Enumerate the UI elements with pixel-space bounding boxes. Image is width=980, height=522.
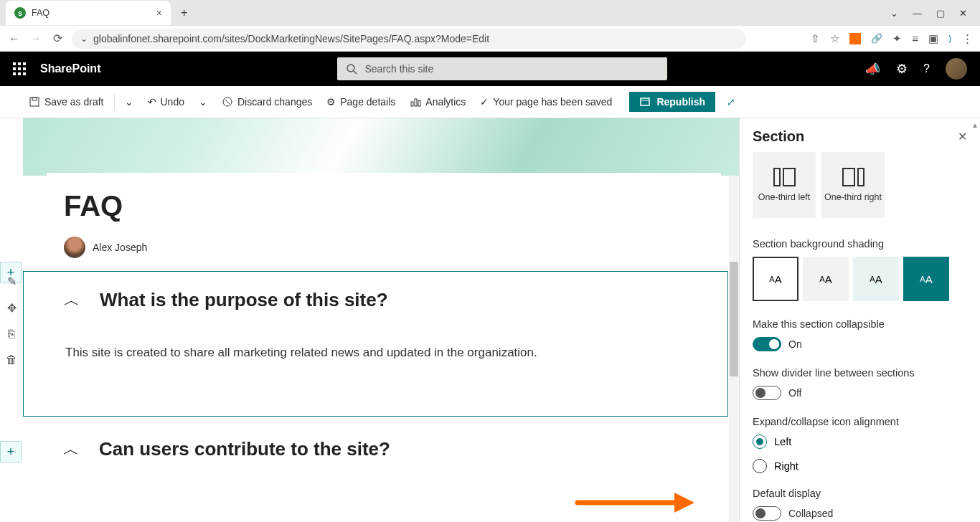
analytics-icon <box>410 96 421 108</box>
svg-line-5 <box>225 100 230 104</box>
browser-tab[interactable]: s FAQ × <box>6 1 171 25</box>
back-icon[interactable]: ← <box>7 32 22 45</box>
menu-icon[interactable]: ⋮ <box>962 32 973 45</box>
shade-neutral[interactable]: AA <box>803 257 849 301</box>
undo-icon: ↶ <box>148 96 156 108</box>
page-title[interactable]: FAQ <box>64 190 704 222</box>
search-input[interactable]: Search this site <box>337 57 667 80</box>
align-left-radio[interactable] <box>753 435 767 449</box>
layout-one-third-left[interactable]: One-third left <box>753 152 816 218</box>
save-draft-button[interactable]: Save as draft <box>23 93 110 110</box>
default-display-label: Default display <box>753 488 967 499</box>
svg-marker-12 <box>674 493 694 513</box>
extensions-icon[interactable]: ✦ <box>892 32 902 45</box>
collapse-pane-icon[interactable]: ⤢ <box>727 96 735 108</box>
author-avatar[interactable] <box>64 237 85 258</box>
accordion-heading[interactable]: Can users contribute to the site? <box>99 438 390 460</box>
close-tab-icon[interactable]: × <box>156 7 162 19</box>
undo-button[interactable]: ↶ Undo <box>142 93 190 110</box>
list-icon[interactable]: ≡ <box>912 32 918 44</box>
pane-title: Section <box>753 128 804 145</box>
align-label: Expand/collapse icon alignment <box>753 416 967 427</box>
shade-soft[interactable]: AA <box>853 257 899 301</box>
section-property-pane: Section ✕ One-third left One-third right… <box>739 118 980 522</box>
page-header-image[interactable] <box>23 118 739 176</box>
layout-one-third-right[interactable]: One-third right <box>821 152 885 218</box>
window-close-icon[interactable]: ✕ <box>959 8 967 19</box>
default-display-toggle[interactable] <box>753 506 781 521</box>
svg-rect-6 <box>411 102 413 106</box>
dock-ext-icon[interactable]: ⟩ <box>948 34 952 44</box>
divider-toggle[interactable] <box>753 386 781 400</box>
copy-icon[interactable]: ⎘ <box>8 328 15 341</box>
move-icon[interactable]: ✥ <box>7 301 17 315</box>
save-icon <box>29 96 40 108</box>
pane-scroll-up-icon[interactable]: ▲ <box>971 121 979 129</box>
collapsible-section-selected[interactable]: ︿ What is the purpose of this site? This… <box>23 271 728 417</box>
svg-rect-3 <box>32 98 37 100</box>
app-launcher-icon[interactable] <box>13 62 26 75</box>
maximize-icon[interactable]: ▢ <box>936 8 945 19</box>
edit-icon[interactable]: ✎ <box>7 275 17 288</box>
save-draft-dropdown[interactable]: ⌄ <box>119 93 139 110</box>
author-name[interactable]: Alex Joseph <box>93 242 147 253</box>
extension-icon[interactable] <box>849 33 861 44</box>
search-placeholder: Search this site <box>364 63 433 75</box>
shade-strong[interactable]: AA <box>903 257 949 301</box>
svg-rect-8 <box>418 100 420 106</box>
canvas-scrollbar[interactable] <box>729 176 739 522</box>
search-icon <box>346 63 357 75</box>
link-icon[interactable]: 🔗 <box>871 33 882 44</box>
delete-icon[interactable]: 🗑 <box>6 353 17 366</box>
url-input[interactable]: ⌄ globalinfonet.sharepoint.com/sites/Doc… <box>72 29 746 49</box>
republish-icon <box>639 96 651 108</box>
bookmark-icon[interactable]: ☆ <box>830 32 839 45</box>
align-right-radio[interactable] <box>753 459 767 473</box>
chevron-up-icon[interactable]: ︿ <box>63 439 79 460</box>
megaphone-icon[interactable]: 📣 <box>865 62 880 77</box>
close-icon[interactable]: ✕ <box>958 130 967 143</box>
svg-rect-9 <box>641 98 649 105</box>
divider-state: Off <box>788 387 801 399</box>
site-info-icon[interactable]: ⌄ <box>80 34 88 44</box>
collapsible-label: Make this section collapsible <box>753 318 967 330</box>
annotation-arrow <box>574 488 696 517</box>
tab-title: FAQ <box>32 8 50 18</box>
divider-label: Show divider line between sections <box>753 367 967 379</box>
chevron-down-icon[interactable]: ⌄ <box>890 8 898 19</box>
new-tab-button[interactable]: + <box>181 6 187 19</box>
republish-button[interactable]: Republish <box>629 92 715 112</box>
browser-address-bar: ← → ⟳ ⌄ globalinfonet.sharepoint.com/sit… <box>0 26 980 52</box>
minimize-icon[interactable]: — <box>913 8 922 19</box>
sharepoint-favicon: s <box>14 7 26 19</box>
discard-icon <box>222 96 233 108</box>
collapsible-state: On <box>788 338 802 350</box>
bg-shading-label: Section background shading <box>753 238 967 250</box>
chevron-down-icon: ⌄ <box>199 96 207 108</box>
reload-icon[interactable]: ⟳ <box>50 32 65 45</box>
undo-dropdown[interactable]: ⌄ <box>193 93 213 110</box>
add-section-button[interactable]: + <box>0 441 22 462</box>
page-details-button[interactable]: ⚙ Page details <box>321 93 401 110</box>
check-icon: ✓ <box>480 96 489 108</box>
sharepoint-suite-bar: SharePoint Search this site 📣 ⚙ ? <box>0 52 980 86</box>
chevron-up-icon[interactable]: ︿ <box>64 290 80 311</box>
help-icon[interactable]: ? <box>923 62 930 75</box>
browser-tab-strip: s FAQ × + ⌄ — ▢ ✕ <box>0 0 980 26</box>
share-icon[interactable]: ⇧ <box>811 32 820 45</box>
svg-rect-7 <box>415 99 417 106</box>
panel-icon[interactable]: ▣ <box>928 32 938 45</box>
collapsible-toggle[interactable] <box>753 337 781 351</box>
settings-icon[interactable]: ⚙ <box>896 61 908 77</box>
analytics-button[interactable]: Analytics <box>404 93 471 110</box>
sharepoint-brand[interactable]: SharePoint <box>40 62 100 75</box>
discard-button[interactable]: Discard changes <box>216 93 318 110</box>
accordion-body[interactable]: This site is created to share all market… <box>24 315 727 403</box>
scroll-thumb[interactable] <box>730 262 738 376</box>
user-avatar[interactable] <box>946 58 967 80</box>
collapsible-section[interactable]: ︿ Can users contribute to the site? <box>23 421 728 478</box>
page-canvas: FAQ Alex Joseph + ︿ What is the purpose … <box>0 118 739 522</box>
shade-none[interactable]: AA <box>753 257 798 301</box>
accordion-heading[interactable]: What is the purpose of this site? <box>100 289 388 311</box>
forward-icon: → <box>29 32 43 45</box>
